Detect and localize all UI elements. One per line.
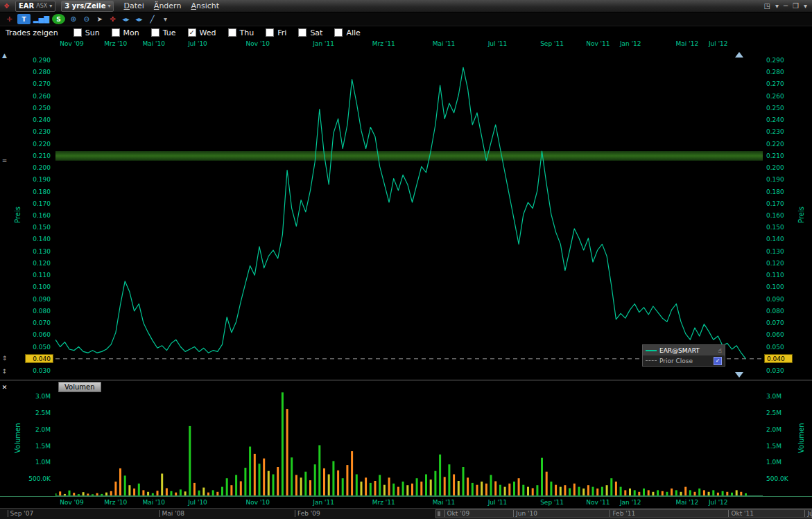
price-tick: 0.200 [33, 164, 51, 171]
titlebar: ❖ EAR ASX ▾ 3 yrs/Zeile ▾ DateiÄndernAns… [0, 0, 812, 12]
price-tick: 0.250 [33, 105, 51, 112]
period-selector[interactable]: 3 yrs/Zeile ▾ [61, 1, 114, 12]
date-tick: Nov '11 [586, 40, 610, 47]
price-tick: 0.140 [766, 236, 784, 243]
price-tick: 0.280 [33, 69, 51, 76]
checkbox-thu[interactable] [228, 28, 236, 37]
trendline-tool-icon[interactable]: ╱ [147, 14, 157, 24]
day-filter-thu[interactable]: Thu [228, 28, 254, 37]
symbol-selector[interactable]: EAR ASX ▾ [15, 1, 55, 12]
date-tick: Mai '10 [142, 499, 165, 506]
date-tick: Mrz '11 [372, 40, 395, 47]
day-label: Sat [310, 28, 322, 37]
timeline-label: Feb '11 [610, 510, 635, 517]
popout-caret-icon[interactable]: ▾ [775, 2, 779, 10]
volume-close-icon[interactable]: ✕ [1, 384, 8, 391]
price-tick: 0.270 [33, 80, 51, 87]
volume-tick: 2.5M [766, 410, 781, 416]
page-left-right-icon[interactable]: ◂▸ [134, 14, 144, 24]
checkbox-alle[interactable] [334, 28, 343, 37]
volume-tick: 500.0K [28, 475, 51, 482]
price-tick: 0.120 [766, 260, 784, 267]
volume-chart-plot[interactable] [55, 380, 763, 497]
price-tick: 0.180 [33, 188, 51, 195]
checkbox-sun[interactable] [74, 28, 82, 37]
day-filter-fri[interactable]: Fri [266, 28, 286, 37]
volume-tick: 2.0M [35, 426, 51, 433]
date-tick: Sep '11 [540, 40, 564, 47]
checkbox-fri[interactable] [266, 28, 274, 37]
pane-scroll-up-icon[interactable]: ▲ [1, 52, 8, 59]
price-tick: 0.210 [33, 152, 51, 159]
pane-grip-icon[interactable]: ≡ [1, 157, 8, 164]
checkbox-sat[interactable] [298, 28, 306, 37]
volume-axis-title-left: Volumen [14, 380, 21, 496]
price-tick: 0.110 [766, 272, 784, 279]
crosshair-tool-icon[interactable]: ✜ [107, 14, 118, 24]
history-scrollbar[interactable]: Sep '07Mai '08Feb '09Okt '09Jun '10Feb '… [0, 508, 812, 519]
price-tick: 0.160 [766, 212, 784, 219]
popout-icon[interactable]: ◳ [763, 2, 770, 10]
legend-series-row[interactable]: EAR@SMART ☝ [643, 345, 725, 355]
date-tick: Jan '11 [313, 499, 334, 506]
price-tick: 0.070 [33, 319, 51, 326]
price-tick: 0.030 [766, 367, 784, 374]
date-tick: Mai '12 [676, 499, 699, 506]
menu-ansicht[interactable]: Ansicht [191, 1, 219, 10]
day-filter-sun[interactable]: Sun [74, 28, 100, 37]
chart-style-icon[interactable]: ▂▅▇ [33, 14, 49, 24]
cursor-tool-icon[interactable]: ➤ [94, 14, 105, 24]
price-tick: 0.260 [766, 93, 784, 100]
checkbox-mon[interactable] [112, 28, 120, 37]
snapshot-icon[interactable]: S [52, 14, 65, 24]
pane-resize-icon[interactable]: ⇕ [1, 355, 8, 362]
day-filter-mon[interactable]: Mon [112, 28, 139, 37]
date-tick: Mai '10 [142, 40, 165, 47]
current-price-tag-left: 0.040 [25, 354, 53, 363]
date-tick: Nov '10 [246, 499, 270, 506]
date-tick: Nov '11 [586, 499, 610, 506]
zoom-in-icon[interactable]: ⊕ [68, 14, 78, 24]
volume-axis-title-right: Volumen [797, 380, 805, 496]
pane-expand-icon[interactable]: ↕ [1, 368, 8, 375]
volume-tick: 3.0M [766, 393, 781, 400]
price-chart-plot[interactable] [55, 50, 763, 380]
price-tick: 0.030 [33, 367, 51, 374]
minimize-icon[interactable]: ─ [784, 2, 788, 10]
price-tick: 0.120 [33, 260, 51, 267]
window-menu-caret-icon[interactable]: ▾ [804, 2, 807, 10]
pane-scroll-bottom-marker[interactable] [735, 372, 743, 378]
volume-tick: 1.0M [35, 459, 51, 466]
move-tool-icon[interactable]: ✛ [4, 14, 15, 24]
checkbox-tue[interactable] [151, 28, 159, 37]
prior-close-checkbox[interactable]: ✓ [714, 357, 722, 365]
pane-left-rail: ▲≡⇕↕✕ [0, 50, 9, 496]
text-tool-icon[interactable]: T [17, 14, 31, 24]
restore-icon[interactable]: ❐ [793, 2, 799, 10]
checkbox-wed[interactable] [188, 28, 196, 37]
series-label: EAR@SMART [659, 347, 716, 354]
menu-datei[interactable]: Datei [123, 1, 144, 10]
tools-caret-icon[interactable]: ▾ [160, 14, 171, 24]
day-filter-wed[interactable]: Wed [188, 28, 216, 37]
day-label: Fri [277, 28, 286, 37]
volume-tick: 2.0M [766, 426, 781, 433]
legend-prior-close-row[interactable]: Prior Close ✓ [643, 355, 725, 366]
date-tick: Nov '10 [246, 40, 270, 47]
price-tick: 0.220 [33, 141, 51, 148]
day-filter-tue[interactable]: Tue [151, 28, 176, 37]
date-tick: Mai '12 [676, 40, 699, 47]
chart-legend: EAR@SMART ☝ Prior Close ✓ [642, 344, 725, 367]
menu-aendern[interactable]: Ändern [154, 1, 182, 10]
day-filter-sat[interactable]: Sat [298, 28, 322, 37]
volume-tick: 3.0M [35, 393, 51, 400]
zoom-out-icon[interactable]: ⊖ [81, 14, 92, 24]
scroll-left-right-icon[interactable]: ◂▸ [121, 14, 131, 24]
day-filter-alle[interactable]: Alle [334, 28, 360, 37]
day-label: Sun [85, 28, 100, 37]
prior-close-line-sample [646, 360, 657, 361]
price-tick: 0.100 [33, 283, 51, 290]
price-axis-title-right: Preis [797, 50, 805, 380]
day-label: Mon [123, 28, 139, 37]
pane-scroll-top-marker[interactable] [735, 52, 743, 58]
